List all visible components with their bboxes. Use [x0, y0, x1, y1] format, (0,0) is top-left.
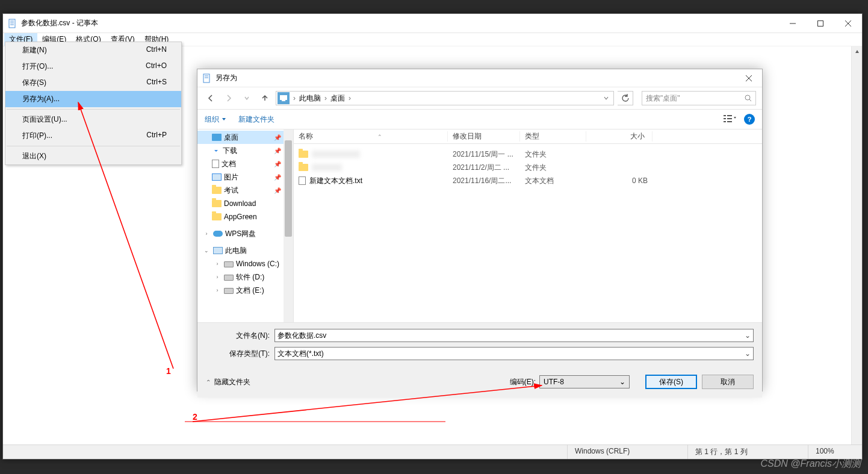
svg-rect-23 — [727, 121, 732, 122]
menu-exit[interactable]: 退出(X) — [5, 148, 181, 164]
chevron-right-icon: › — [323, 94, 328, 102]
search-input[interactable]: 搜索"桌面" — [642, 91, 756, 105]
notepad-title: 参数化数据.csv - 记事本 — [21, 18, 779, 28]
chevron-right-icon: › — [292, 94, 297, 102]
menu-saveas[interactable]: 另存为(A)... — [5, 91, 181, 107]
tree-drive-e[interactable]: ›文档 (E:) — [197, 284, 293, 297]
newfolder-button[interactable]: 新建文件夹 — [238, 114, 274, 125]
download-icon — [212, 146, 220, 155]
cloud-icon — [213, 231, 223, 237]
save-button[interactable]: 保存(S) — [645, 375, 697, 389]
col-name[interactable]: 名称⌃ — [294, 131, 448, 142]
breadcrumb-pc[interactable]: 此电脑 — [297, 93, 323, 104]
breadcrumb-desktop[interactable]: 桌面 — [328, 93, 347, 104]
folder-icon — [212, 213, 222, 220]
drive-icon — [224, 288, 234, 294]
nav-up-button[interactable] — [258, 91, 272, 105]
search-icon — [745, 95, 752, 102]
menu-separator — [7, 146, 180, 146]
nav-forward-button[interactable] — [222, 91, 236, 105]
tree-desktop[interactable]: 桌面📌 — [197, 131, 293, 144]
notepad-titlebar: 参数化数据.csv - 记事本 — [3, 14, 862, 33]
view-options-button[interactable] — [724, 114, 737, 125]
chevron-right-icon: › — [213, 261, 222, 267]
tree-documents[interactable]: 文档📌 — [197, 157, 293, 170]
filetype-select[interactable]: 文本文档(*.txt)⌄ — [274, 347, 754, 360]
tree-scrollbar[interactable] — [284, 129, 293, 322]
saveas-dialog: 另存为 › 此电脑 › 桌面 › 搜索"桌面" 组织 新建文件夹 ? — [197, 69, 763, 391]
tree-wps[interactable]: ›WPS网盘 — [197, 227, 293, 240]
vertical-scrollbar[interactable] — [851, 46, 862, 444]
pin-icon: 📌 — [274, 174, 281, 181]
search-placeholder: 搜索"桌面" — [646, 93, 745, 104]
desktop-icon — [212, 134, 222, 141]
pin-icon: 📌 — [274, 161, 281, 167]
col-type[interactable]: 类型 — [520, 131, 586, 142]
chevron-down-icon[interactable]: ⌄ — [745, 349, 751, 358]
tree-thispc[interactable]: ⌄此电脑 — [197, 244, 293, 257]
list-item[interactable]: 2021/11/15/周一 ... 文件夹 — [294, 148, 762, 161]
saveas-title: 另存为 — [215, 73, 736, 83]
menu-new[interactable]: 新建(N)Ctrl+N — [5, 42, 181, 58]
refresh-button[interactable] — [618, 91, 633, 105]
svg-point-16 — [745, 95, 750, 100]
pc-icon — [277, 92, 290, 104]
menu-pagesetup[interactable]: 页面设置(U)... — [5, 111, 181, 128]
help-button[interactable]: ? — [744, 114, 755, 125]
cancel-button[interactable]: 取消 — [702, 375, 754, 389]
list-item[interactable]: 新建文本文档.txt 2021/11/16/周二... 文本文档 0 KB — [294, 174, 762, 187]
hide-folders-toggle[interactable]: ⌃隐藏文件夹 — [206, 377, 250, 387]
menu-open[interactable]: 打开(O)...Ctrl+O — [5, 58, 181, 75]
pin-icon: 📌 — [274, 134, 281, 141]
folder-tree: 桌面📌 下载📌 文档📌 图片📌 考试📌 Download AppGreen ›W… — [197, 129, 294, 322]
close-button[interactable] — [834, 14, 862, 33]
nav-back-button[interactable] — [203, 91, 218, 105]
file-menu-dropdown: 新建(N)Ctrl+N 打开(O)...Ctrl+O 保存(S)Ctrl+S 另… — [5, 42, 182, 165]
svg-rect-18 — [724, 115, 726, 116]
drive-icon — [224, 261, 234, 267]
annotation-label-2: 2 — [193, 412, 197, 422]
chevron-down-icon: ⌄ — [619, 378, 625, 386]
notepad-icon — [8, 19, 17, 28]
col-size[interactable]: 大小 — [586, 131, 653, 142]
folder-icon — [212, 187, 222, 194]
svg-rect-21 — [727, 118, 732, 119]
saveas-close-button[interactable] — [736, 69, 762, 87]
pin-icon: 📌 — [274, 187, 281, 194]
notepad-statusbar: Windows (CRLF) 第 1 行，第 1 列 100% — [3, 444, 862, 459]
chevron-down-icon: ⌄ — [202, 248, 211, 254]
folder-icon — [299, 164, 308, 171]
tree-drive-d[interactable]: ›软件 (D:) — [197, 270, 293, 284]
status-eol: Windows (CRLF) — [567, 445, 687, 459]
chevron-right-icon: › — [202, 231, 211, 237]
tree-pictures[interactable]: 图片📌 — [197, 170, 293, 184]
col-date[interactable]: 修改日期 — [448, 131, 520, 142]
filename-input[interactable]: 参数化数据.csv⌄ — [274, 329, 754, 342]
tree-exam[interactable]: 考试📌 — [197, 184, 293, 197]
svg-rect-5 — [818, 20, 823, 26]
tree-appgreen[interactable]: AppGreen — [197, 210, 293, 223]
organize-button[interactable]: 组织 — [205, 114, 226, 125]
list-item[interactable]: 2021/11/2/周二 ... 文件夹 — [294, 161, 762, 174]
menu-save[interactable]: 保存(S)Ctrl+S — [5, 75, 181, 91]
svg-rect-14 — [280, 95, 287, 100]
redacted-text — [312, 151, 360, 158]
maximize-button[interactable] — [807, 14, 834, 33]
chevron-down-icon[interactable]: ⌄ — [745, 331, 751, 340]
nav-recent-button[interactable] — [240, 91, 254, 105]
encoding-select[interactable]: UTF-8⌄ — [539, 375, 630, 388]
redacted-text — [312, 164, 342, 171]
svg-rect-20 — [724, 118, 726, 119]
address-bar[interactable]: › 此电脑 › 桌面 › — [276, 91, 614, 105]
tree-drive-c[interactable]: ›Windows (C:) — [197, 257, 293, 270]
pin-icon: 📌 — [274, 148, 281, 154]
minimize-button[interactable] — [779, 14, 807, 33]
textfile-icon — [299, 176, 306, 185]
tree-download-en[interactable]: Download — [197, 197, 293, 210]
menu-print[interactable]: 打印(P)...Ctrl+P — [5, 128, 181, 144]
chevron-right-icon: › — [213, 287, 222, 293]
svg-rect-0 — [9, 19, 15, 28]
tree-downloads[interactable]: 下载📌 — [197, 144, 293, 157]
address-dropdown[interactable] — [600, 96, 612, 101]
status-pos: 第 1 行，第 1 列 — [687, 445, 808, 459]
